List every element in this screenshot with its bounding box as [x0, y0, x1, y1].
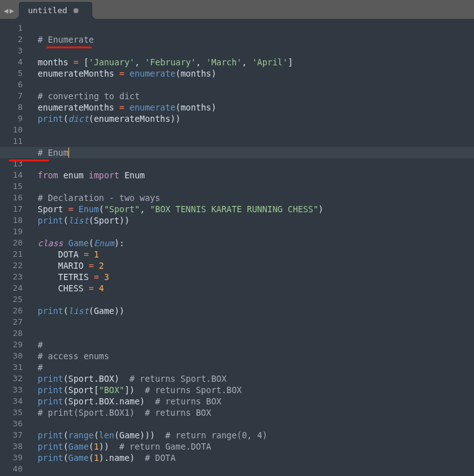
token: # access enums [38, 351, 109, 361]
code-line[interactable] [38, 79, 474, 90]
line-number: 1 [0, 23, 23, 34]
code-line[interactable] [38, 328, 474, 339]
token: print [38, 306, 63, 316]
code-line[interactable]: # converting to dict [38, 90, 474, 102]
editor: 1234567891011121314151617181920212223242… [0, 19, 474, 476]
code-line[interactable] [38, 124, 474, 136]
token: # Declaration - two ways [38, 193, 160, 203]
code-line[interactable]: print(range(len(Game))) # return range(0… [38, 430, 474, 441]
token: Enum [119, 170, 145, 180]
code-line[interactable]: print(dict(enumerateMonths)) [38, 113, 474, 124]
line-number: 15 [0, 181, 23, 192]
line-number: 10 [0, 124, 23, 136]
token: [ [94, 385, 99, 395]
token: months [181, 102, 212, 112]
code-line[interactable]: # [38, 362, 474, 373]
code-line[interactable]: TETRIS = 3 [38, 271, 474, 283]
token: enumerateMonths [94, 114, 170, 124]
token: Sport [68, 396, 94, 406]
token: = [68, 204, 73, 214]
token: # return range(0, 4) [165, 430, 267, 440]
line-number: 31 [0, 362, 23, 373]
line-number: 34 [0, 396, 23, 407]
code-line[interactable]: DOTA = 1 [38, 249, 474, 260]
code-line[interactable]: print(Game(1)) # return Game.DOTA [38, 441, 474, 452]
code-line[interactable]: enumerateMonths = enumerate(months) [38, 68, 474, 79]
token: )) [114, 306, 124, 316]
token [78, 57, 83, 67]
token: 2 [99, 261, 104, 271]
code-line[interactable] [38, 316, 474, 328]
token: enumerate [129, 68, 175, 78]
token: , [242, 57, 252, 67]
code-line[interactable]: Sport = Enum("Sport", "BOX TENNIS KARATE… [38, 203, 474, 215]
token: class [38, 238, 63, 248]
code-line[interactable]: print(Sport["BOX"]) # returns Sport.BOX [38, 384, 474, 396]
nav-back-icon[interactable]: ◀ [4, 6, 8, 15]
code-line[interactable] [38, 181, 474, 192]
code-line[interactable]: enumerateMonths = enumerate(months) [38, 102, 474, 113]
line-number: 39 [0, 452, 23, 463]
token: print [38, 453, 63, 463]
code-line[interactable]: print(list(Game)) [38, 305, 474, 316]
token: "Sport" [104, 204, 140, 214]
code-line[interactable]: MARIO = 2 [38, 260, 474, 271]
token: enumerateMonths [38, 102, 119, 112]
token: import [89, 170, 119, 180]
token: enumerate [129, 102, 175, 112]
token [99, 272, 104, 282]
code-line[interactable]: # access enums [38, 350, 474, 362]
code-line[interactable] [38, 45, 474, 57]
code-line[interactable] [38, 294, 474, 305]
token: print [38, 396, 63, 406]
token: ( [63, 215, 68, 225]
code-line[interactable]: CHESS = 4 [38, 283, 474, 294]
token: # print(Sport.BOX1) # returns BOX [38, 408, 211, 418]
code-line[interactable] [38, 418, 474, 430]
line-number: 40 [0, 463, 23, 475]
code-line[interactable] [38, 23, 474, 34]
code-line[interactable]: # Declaration - two ways [38, 192, 474, 203]
line-number: 3 [0, 45, 23, 57]
token: Game [68, 453, 89, 463]
token [94, 261, 99, 271]
line-number: 17 [0, 203, 23, 215]
token: ( [63, 396, 68, 406]
token: print [38, 430, 63, 440]
code-line[interactable] [38, 136, 474, 147]
code-line[interactable]: print(Game(1).name) # DOTA [38, 452, 474, 463]
token: 1 [94, 249, 99, 259]
tab-title: untitled [28, 6, 67, 15]
code-line[interactable]: class Game(Enum): [38, 237, 474, 249]
line-number: 23 [0, 271, 23, 283]
code-line[interactable]: print(list(Sport)) [38, 215, 474, 226]
token: ( [175, 68, 180, 78]
code-line[interactable]: print(Sport.BOX.name) # returns BOX [38, 396, 474, 407]
code-line[interactable]: print(Sport.BOX) # returns Sport.BOX [38, 373, 474, 384]
code-line[interactable]: # [38, 339, 474, 350]
token: list [68, 306, 89, 316]
code-line[interactable] [38, 226, 474, 237]
code-line[interactable]: # Enum [0, 147, 474, 158]
titlebar: ◀ ▶ untitled [0, 0, 474, 19]
code-area[interactable]: # Enumeratemonths = ['January', 'Februar… [31, 19, 474, 476]
code-line[interactable] [38, 463, 474, 475]
code-line[interactable]: months = ['January', 'February', 'March'… [38, 57, 474, 68]
line-number: 9 [0, 113, 23, 124]
line-number: 22 [0, 260, 23, 271]
token: BOX [99, 374, 114, 384]
nav-forward-icon[interactable]: ▶ [9, 6, 14, 15]
token: # [38, 340, 43, 350]
line-number: 33 [0, 384, 23, 396]
tab-untitled[interactable]: untitled [19, 2, 92, 19]
token: = [119, 68, 124, 78]
token: months [181, 68, 212, 78]
code-line[interactable] [38, 158, 474, 170]
code-line[interactable]: # print(Sport.BOX1) # returns BOX [38, 407, 474, 418]
code-line[interactable]: from enum import Enum [38, 170, 474, 181]
token: # [38, 362, 43, 372]
line-number: 35 [0, 407, 23, 418]
token: # [38, 35, 48, 45]
code-line[interactable]: # Enumerate [38, 34, 474, 45]
token: Enum [78, 204, 99, 214]
